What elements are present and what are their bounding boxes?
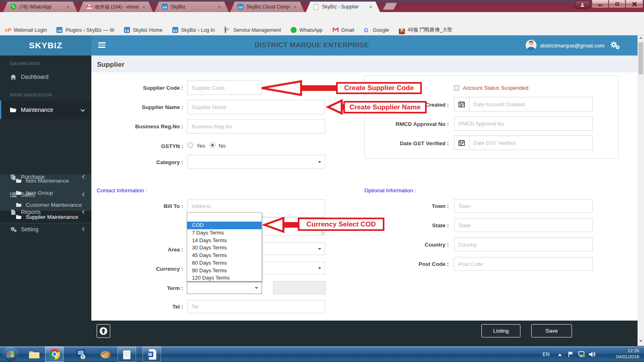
taskbar-paint-button[interactable] [97, 346, 115, 362]
bookmark-whatsapp[interactable]: WhatsApp [291, 27, 323, 33]
app-logo[interactable]: SKYBIZ [0, 35, 91, 56]
taskbar-word-button[interactable]: W [142, 346, 161, 362]
scrollbar-down-arrow[interactable] [639, 340, 642, 342]
date-account-created-input[interactable] [469, 97, 593, 111]
tray-network-icon[interactable] [578, 346, 585, 362]
tab-close-icon[interactable]: × [292, 4, 298, 10]
scrollbar-up-arrow[interactable] [639, 37, 642, 39]
tab-skybiz-supplier-active[interactable]: SkyBiz - Supplier × [306, 2, 380, 12]
save-button[interactable]: Save [531, 324, 572, 337]
taskbar-notepad-button[interactable] [118, 346, 136, 362]
whatsapp-icon [291, 27, 297, 33]
browser-toolbar: i skybizcloud.com/cloud01/maintenance/su… [0, 12, 644, 25]
tab-close-icon[interactable]: × [368, 4, 374, 10]
user-email[interactable]: districtmarque@gmail.com [540, 43, 605, 49]
tab-title: SkyBiz - Supplier [322, 4, 365, 10]
minimize-button[interactable] [592, 0, 609, 8]
tab-skybiz-cloud[interactable]: SkyBiz Cloud Computing × [230, 2, 304, 12]
term-option-45days[interactable]: 45 Days Terms [187, 252, 262, 259]
rmcd-approval-input[interactable] [454, 116, 593, 131]
home-icon [10, 74, 17, 80]
post-code-input[interactable] [454, 257, 593, 271]
bookmark-gmail[interactable]: Gmail [332, 27, 355, 33]
sidebar-item-dashboard[interactable]: Dashboard [0, 68, 91, 85]
tab-skybiz[interactable]: SkyBiz × [155, 2, 229, 12]
tray-language[interactable]: EN [543, 346, 549, 362]
term-option-cod[interactable]: COD [187, 222, 262, 229]
gears-icon [10, 226, 17, 232]
bookmark-webmail-login[interactable]: cPWebmail Login [5, 27, 47, 33]
supplier-code-input[interactable] [187, 80, 262, 95]
tray-clock[interactable]: 12:26 04/01/2018 [601, 348, 639, 360]
sidebar-item-label: Purchase [21, 174, 45, 180]
settings-gears-icon[interactable] [610, 41, 620, 51]
optional-info-header: Optional Information : [364, 187, 416, 193]
term-option-30days[interactable]: 30 Days Terms [187, 244, 262, 252]
tab-gmail[interactable]: 收件箱 (164) - vincentwy × [79, 2, 153, 12]
sidebar-item-reports[interactable]: Reports [0, 203, 91, 221]
list-icon [10, 192, 17, 197]
tray-show-hidden-icons[interactable] [558, 346, 562, 362]
scrollbar-thumb[interactable] [638, 42, 643, 74]
account-status-checkbox[interactable] [454, 85, 459, 90]
term-option-60days[interactable]: 60 Days Terms [187, 259, 262, 267]
date-gst-verified-input[interactable] [469, 136, 593, 150]
tab-close-icon[interactable]: × [65, 4, 71, 10]
restore-button[interactable] [609, 0, 625, 8]
gstyn-yes-radio[interactable] [188, 142, 193, 148]
term-option-14days[interactable]: 14 Days Terms [187, 237, 262, 245]
sidebar-item-setting[interactable]: Setting [0, 220, 91, 238]
supplier-name-input[interactable] [187, 100, 325, 114]
rmcd-approval-label: RMCD Approval No : [368, 121, 449, 127]
business-reg-input[interactable] [187, 119, 325, 134]
scroll-to-top-button[interactable] [97, 324, 110, 338]
term-option-90days[interactable]: 90 Days Terms [187, 267, 262, 275]
term-select[interactable] [187, 282, 262, 294]
tab-title: SkyBiz Cloud Computing [246, 4, 290, 10]
tab-whatsapp[interactable]: (76) WhatsApp × [3, 2, 77, 12]
category-select[interactable] [187, 155, 325, 169]
bookmark-google[interactable]: GGoogle [364, 27, 389, 33]
town-input[interactable] [454, 199, 593, 213]
state-input[interactable] [454, 218, 593, 232]
bookmark-skybiz-login[interactable]: SkyBiz ‹ Log In [172, 27, 215, 33]
new-tab-button[interactable] [383, 3, 397, 10]
currency-label: Currency : [103, 266, 183, 272]
term-option-7days[interactable]: 7 Days Terms [187, 229, 262, 237]
sidebar-item-purchase[interactable]: Purchase [0, 168, 91, 186]
taskbar-remote-app-button[interactable] [72, 346, 90, 362]
sidebar-toggle-icon[interactable] [98, 42, 105, 48]
taskbar-chrome-button[interactable] [45, 346, 64, 362]
term-option-120days[interactable]: 120 Days Terms [187, 274, 262, 282]
resize-handle[interactable] [321, 231, 324, 235]
sidebar-item-sales[interactable]: Sales [0, 186, 91, 204]
taskbar-explorer-button[interactable] [25, 346, 43, 362]
tel-input[interactable] [187, 300, 325, 313]
country-input[interactable] [454, 238, 593, 251]
bookmark-skybiz-home[interactable]: Skybiz Home [124, 27, 163, 33]
tab-close-icon[interactable]: × [217, 4, 222, 10]
bookmark-49fu[interactable]: 49服 鬥戰勝佛_大聖 [399, 27, 453, 33]
sidebar-item-label: Dashboard [21, 74, 49, 80]
gmail-icon [86, 4, 93, 10]
folder-open-icon [10, 107, 17, 113]
browser-profile-button[interactable] [575, 0, 590, 9]
skybiz-icon [162, 4, 168, 10]
bookmark-plugins-skybiz[interactable]: Plugins ‹ SkyBiz — W [56, 27, 114, 33]
tray-flag-icon[interactable] [568, 346, 574, 362]
user-avatar[interactable] [526, 40, 537, 51]
gstyn-no-radio[interactable] [210, 142, 215, 148]
area-label: Area : [103, 247, 183, 253]
page-scrollbar[interactable] [638, 35, 644, 346]
company-title: DISTRICT MARQUE ENTERPRISE [181, 41, 443, 49]
listing-button[interactable]: Listing [481, 324, 520, 337]
bookmark-service-management[interactable]: Service Management [225, 27, 281, 33]
sidebar-item-maintenance[interactable]: Maintenance [0, 101, 91, 119]
term-option-blank[interactable] [187, 213, 262, 222]
start-button[interactable] [3, 347, 18, 362]
copy-icon [10, 174, 17, 180]
tray-volume-icon[interactable] [588, 346, 596, 362]
bookmark-label: Service Management [233, 27, 281, 33]
tab-close-icon[interactable]: × [141, 4, 147, 10]
close-button[interactable] [625, 0, 643, 8]
